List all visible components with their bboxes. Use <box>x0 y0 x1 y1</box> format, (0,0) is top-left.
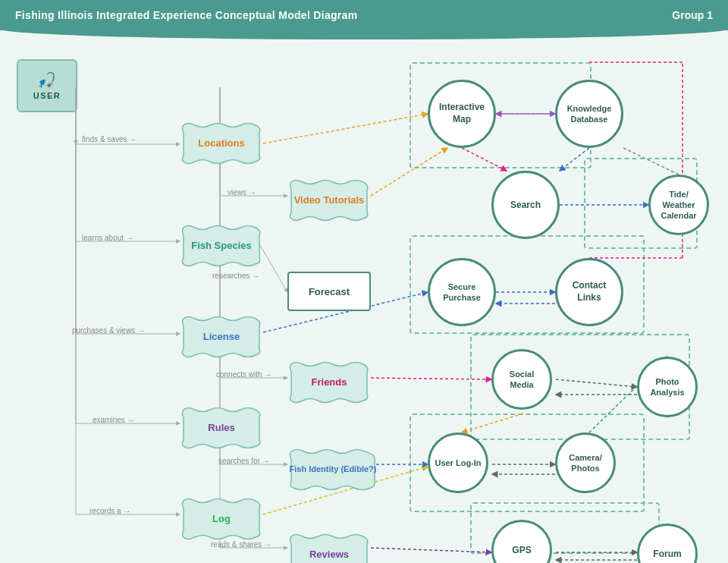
secure-purchase-circle[interactable]: Secure Purchase <box>428 258 496 326</box>
reviews-box[interactable]: Reviews <box>287 533 371 563</box>
knowledge-db-label: Knowledge Database <box>557 100 621 128</box>
tide-weather-label: Tide/ Weather Calendar <box>651 187 707 223</box>
fish-identity-label: Fish Identity (Edible?) <box>290 464 377 474</box>
label-records: records a → <box>89 507 130 515</box>
rules-box[interactable]: Rules <box>180 406 263 450</box>
photo-analysis-label: Photo Analysis <box>639 373 695 401</box>
gps-label: GPS <box>512 545 531 555</box>
camera-photos-label: Camera/ Photos <box>557 449 613 477</box>
label-examines: examines → <box>93 416 135 424</box>
search-label: Search <box>510 200 541 210</box>
license-box[interactable]: License <box>180 315 263 359</box>
label-purchases: purchases & views → <box>72 326 145 335</box>
fish-species-label: Fish Species <box>191 240 251 252</box>
user-box: 🎣 USER <box>17 59 77 112</box>
photo-analysis-circle[interactable]: Photo Analysis <box>637 357 698 417</box>
diagram-area: 🎣 USER <box>0 30 728 563</box>
user-icon: 🎣 <box>37 71 57 90</box>
reviews-label: Reviews <box>309 549 349 561</box>
log-label: Log <box>212 513 231 525</box>
contact-links-circle[interactable]: Contact Links <box>555 258 623 326</box>
svg-line-19 <box>263 114 428 143</box>
video-tutorials-box[interactable]: Video Tutorials <box>287 178 371 222</box>
locations-label: Locations <box>198 137 244 149</box>
fish-identity-box[interactable]: Fish Identity (Edible?) <box>287 448 378 492</box>
social-media-circle[interactable]: Social Media <box>491 349 552 410</box>
contact-links-label: Contact Links <box>557 277 621 307</box>
label-researches: researches → <box>212 272 259 280</box>
forum-label: Forum <box>653 549 681 559</box>
friends-label: Friends <box>312 376 347 388</box>
video-tutorials-label: Video Tutorials <box>294 194 365 206</box>
label-learns: learns about → <box>82 234 133 242</box>
rules-label: Rules <box>208 422 234 434</box>
user-login-circle[interactable]: User Log-In <box>428 432 488 493</box>
forecast-box[interactable]: Forecast <box>287 272 371 311</box>
page-title: Fishing Illinois Integrated Experience C… <box>15 9 357 21</box>
friends-box[interactable]: Friends <box>287 360 371 404</box>
fish-species-box[interactable]: Fish Species <box>180 224 263 268</box>
user-label: USER <box>33 91 61 100</box>
knowledge-db-circle[interactable]: Knowledge Database <box>555 80 623 148</box>
forecast-label: Forecast <box>309 286 350 297</box>
tide-weather-circle[interactable]: Tide/ Weather Calendar <box>648 175 709 235</box>
search-circle[interactable]: Search <box>491 171 560 239</box>
interactive-map-circle[interactable]: Interactive Map <box>428 80 496 148</box>
camera-photos-circle[interactable]: Camera/ Photos <box>555 432 616 493</box>
secure-purchase-label: Secure Purchase <box>430 278 494 307</box>
header: Fishing Illinois Integrated Experience C… <box>0 0 728 30</box>
license-label: License <box>203 331 240 343</box>
label-searches: searches for → <box>218 457 270 465</box>
label-reads: reads & shares → <box>211 540 271 549</box>
user-login-label: User Log-In <box>431 454 484 471</box>
social-media-label: Social Media <box>494 366 550 394</box>
label-views: views → <box>228 188 256 197</box>
log-box[interactable]: Log <box>180 497 263 541</box>
group-label: Group 1 <box>672 9 713 21</box>
label-connects: connects with → <box>216 370 271 379</box>
interactive-map-label: Interactive Map <box>430 99 494 128</box>
locations-box[interactable]: Locations <box>180 121 263 165</box>
label-finds: finds & saves → <box>82 135 136 143</box>
